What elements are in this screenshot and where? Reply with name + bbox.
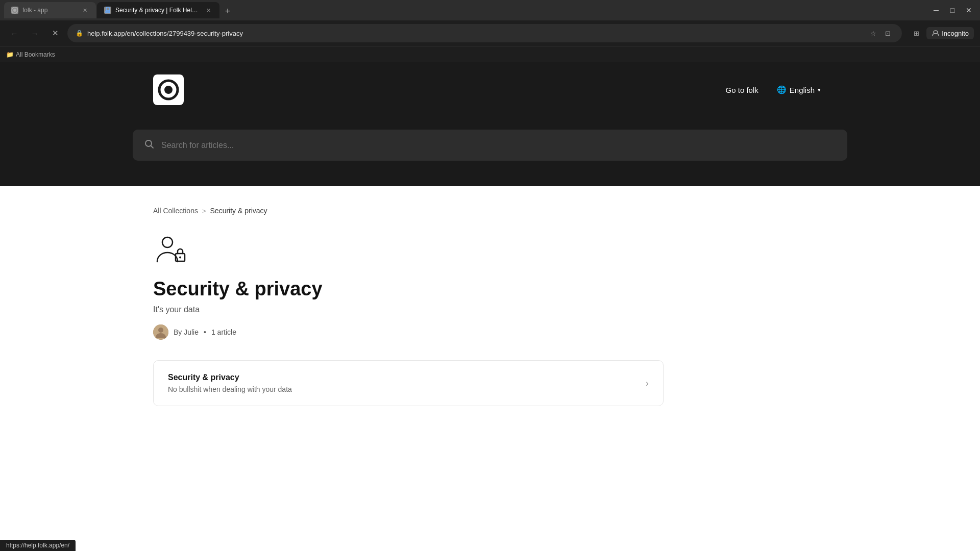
status-url: https://help.folk.app/en/ — [6, 542, 69, 549]
breadcrumb-current: Security & privacy — [210, 207, 267, 215]
tab-label: folk - app — [22, 7, 47, 14]
window-controls: ─ □ ✕ — [929, 3, 976, 17]
page-header: Go to folk 🌐 English ▾ S — [0, 62, 980, 186]
browser-chrome: folk - app ✕ Security & privacy | Folk H… — [0, 0, 980, 62]
svg-point-13 — [158, 328, 163, 333]
address-bar[interactable]: 🔒 help.folk.app/en/collections/2799439-s… — [67, 24, 902, 42]
language-selector[interactable]: 🌐 English ▾ — [771, 82, 827, 97]
svg-rect-3 — [106, 11, 110, 13]
tab-close-button[interactable]: ✕ — [81, 6, 89, 14]
collection-title: Security & privacy — [153, 278, 827, 300]
browser-navbar: ← → ✕ 🔒 help.folk.app/en/collections/279… — [0, 20, 980, 46]
svg-point-7 — [164, 86, 173, 94]
language-chevron-icon: ▾ — [818, 87, 821, 93]
security-icon — [153, 235, 189, 266]
search-icon — [144, 139, 154, 152]
tab-label-active: Security & privacy | Folk Help &... — [115, 7, 200, 14]
collection-meta: By Julie • 1 article — [153, 324, 827, 340]
collection-icon — [153, 235, 827, 270]
maximize-button[interactable]: □ — [945, 3, 960, 17]
breadcrumb-all-collections[interactable]: All Collections — [153, 207, 198, 215]
search-section: Search for articles... — [0, 117, 980, 186]
lock-icon: 🔒 — [76, 30, 83, 37]
forward-button[interactable]: → — [27, 25, 43, 41]
incognito-indicator: Incognito — [926, 27, 974, 39]
article-chevron-icon: › — [646, 378, 649, 389]
bookmark-icon[interactable]: ☆ — [867, 27, 879, 39]
tab-favicon — [11, 7, 18, 14]
article-card-text: Security & privacy No bullshit when deal… — [168, 373, 292, 393]
sidebar-icon[interactable]: ⊡ — [881, 27, 894, 39]
status-bar: https://help.folk.app/en/ — [0, 540, 76, 551]
article-card[interactable]: Security & privacy No bullshit when deal… — [153, 360, 664, 406]
author-avatar-img — [153, 324, 168, 340]
breadcrumb: All Collections > Security & privacy — [153, 207, 827, 215]
main-area: All Collections > Security & privacy Sec… — [0, 186, 980, 441]
new-tab-button[interactable]: + — [220, 4, 235, 18]
address-bar-actions: ☆ ⊡ — [867, 27, 894, 39]
header-inner: Go to folk 🌐 English ▾ — [133, 62, 847, 117]
minimize-button[interactable]: ─ — [929, 3, 943, 17]
tab-close-active-button[interactable]: ✕ — [204, 6, 212, 14]
article-title: Security & privacy — [168, 373, 292, 382]
author-label: By Julie — [174, 328, 199, 336]
language-label: English — [790, 86, 815, 94]
bookmarks-bar: 📁 All Bookmarks — [0, 46, 980, 62]
breadcrumb-separator: > — [202, 207, 206, 215]
globe-icon: 🌐 — [777, 85, 787, 94]
folk-logo[interactable] — [153, 74, 184, 105]
tab-favicon-active — [104, 7, 111, 14]
collection-subtitle: It's your data — [153, 305, 827, 314]
svg-point-11 — [179, 257, 181, 259]
header-nav: Go to folk 🌐 English ▾ — [726, 82, 827, 97]
article-count: 1 article — [211, 328, 236, 336]
meta-dot: • — [204, 328, 206, 336]
tab-security-privacy[interactable]: Security & privacy | Folk Help &... ✕ — [97, 2, 219, 18]
search-inner: Search for articles... — [133, 130, 847, 161]
extensions-icon[interactable]: ⊞ — [908, 25, 924, 41]
browser-titlebar: folk - app ✕ Security & privacy | Folk H… — [0, 0, 980, 20]
browser-tabs: folk - app ✕ Security & privacy | Folk H… — [4, 2, 925, 18]
tab-folk-app[interactable]: folk - app ✕ — [4, 2, 96, 18]
bookmarks-label[interactable]: All Bookmarks — [16, 51, 55, 58]
author-avatar — [153, 324, 168, 340]
search-placeholder: Search for articles... — [161, 141, 836, 150]
address-text: help.folk.app/en/collections/2799439-sec… — [87, 30, 863, 37]
reload-button[interactable]: ✕ — [47, 25, 63, 41]
article-description: No bullshit when dealing with your data — [168, 385, 292, 393]
incognito-icon — [932, 29, 940, 37]
back-button[interactable]: ← — [6, 25, 22, 41]
bookmarks-folder-icon: 📁 — [6, 51, 14, 58]
svg-point-1 — [13, 9, 16, 12]
go-to-folk-link[interactable]: Go to folk — [726, 86, 758, 94]
close-button[interactable]: ✕ — [962, 3, 976, 17]
page-content: Go to folk 🌐 English ▾ S — [0, 62, 980, 441]
svg-point-9 — [162, 237, 173, 247]
search-bar[interactable]: Search for articles... — [133, 130, 847, 161]
incognito-label: Incognito — [942, 30, 969, 37]
folk-logo-svg — [156, 77, 181, 103]
main-content: All Collections > Security & privacy Sec… — [133, 186, 847, 427]
